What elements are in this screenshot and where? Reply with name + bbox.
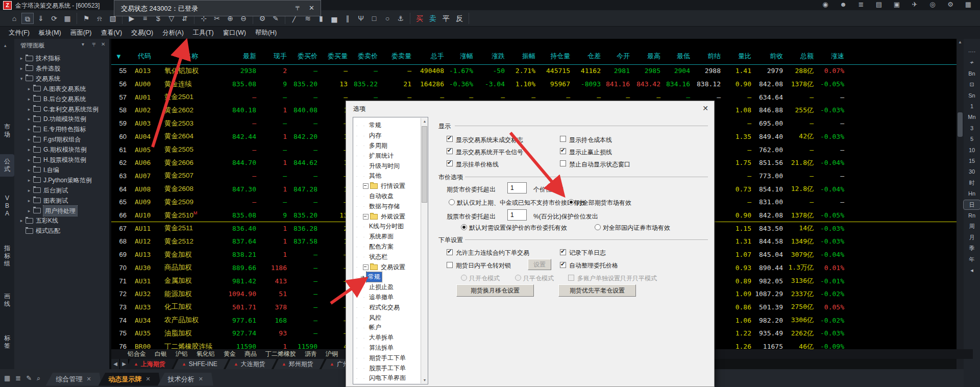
exchange-tab[interactable]: ▲上海期货 <box>126 359 177 369</box>
collapse-minus-icon[interactable] <box>363 264 369 270</box>
home-icon[interactable]: ⌂ <box>8 13 20 24</box>
panel-grid-icon[interactable]: ▦ <box>4 374 10 382</box>
sidebar-tab-market[interactable]: 市场 <box>0 119 14 142</box>
sidebar-tree-item[interactable]: 模式匹配 <box>14 226 109 236</box>
sidebar-tree-item[interactable]: ▸技术指标 <box>14 53 109 63</box>
sidebar-tab-formula[interactable]: 公式 <box>0 154 14 177</box>
link-icon[interactable]: ⧉ <box>21 13 34 24</box>
scrollbar-up-icon[interactable]: ▲ <box>957 40 964 44</box>
period-item[interactable]: ◂ <box>964 265 980 275</box>
category-item[interactable]: 丁二烯橡胶 <box>265 350 296 358</box>
tab-close-icon[interactable]: ✕ <box>146 376 151 382</box>
user-icon[interactable]: ☻ <box>839 1 848 8</box>
table-row[interactable]: 56AU00黄金连续835.089835.2013835.2221164286-… <box>111 78 847 91</box>
bar-chart-icon[interactable]: ▅ <box>328 13 340 24</box>
channel-icon[interactable]: ∥ <box>341 13 354 24</box>
lock-settings-button[interactable]: 设置 <box>528 259 551 270</box>
column-header[interactable]: 代码 <box>130 52 162 61</box>
grid-icon[interactable]: ▦ <box>964 1 973 8</box>
sidebar-tree-item[interactable]: ▸用户待处理 <box>14 206 109 216</box>
auto-adjust-price-checkbox[interactable] <box>560 262 566 268</box>
collapse-minus-icon[interactable] <box>363 183 369 189</box>
panel-pin-icon[interactable]: 〒 <box>92 41 97 49</box>
column-header[interactable]: 涨跌 <box>476 52 508 61</box>
prev-tab-icon[interactable]: ◀ <box>111 359 120 369</box>
options-tree-item[interactable]: ··算法拆单 <box>353 343 428 353</box>
dialog-close-icon[interactable]: ✕ <box>701 104 710 112</box>
sidebar-tab-indicator-group[interactable]: 指标组 <box>0 241 14 271</box>
default-protect-price-radio[interactable] <box>461 224 467 230</box>
period-item[interactable]: Rn <box>964 211 980 220</box>
options-tree-item[interactable]: ··大单拆单 <box>353 333 428 343</box>
all-futures-markets-radio[interactable] <box>568 199 574 205</box>
sidebar-tree-item[interactable]: ▸条件选股 <box>14 63 109 74</box>
edit-pencil-icon[interactable]: ✎ <box>26 374 32 382</box>
menu-tools[interactable]: 工具(T) <box>188 29 218 37</box>
sidebar-tree-item[interactable]: ▸C.套利交易系统范例 <box>14 104 109 114</box>
options-tree-item[interactable]: ··闪电下单界面 <box>353 373 428 383</box>
options-tree-item[interactable]: ··程式化交易 <box>353 302 428 312</box>
futures-offset-input[interactable] <box>507 182 527 194</box>
options-tree-item[interactable]: ·外观设置 <box>353 211 428 222</box>
menu-help[interactable]: 帮助(H) <box>251 29 281 37</box>
panel-dropdown-icon[interactable]: ▾ <box>82 41 84 47</box>
menu-file[interactable]: 文件(F) <box>4 29 34 37</box>
period-item[interactable]: 年 <box>964 255 980 264</box>
column-header[interactable]: 量比 <box>724 52 754 61</box>
category-item[interactable]: 商品 <box>244 350 257 358</box>
show-stop-lines-checkbox[interactable] <box>560 148 566 154</box>
trade-reverse-button[interactable]: 反 <box>453 13 465 24</box>
options-tree-item[interactable]: ·交易设置 <box>353 262 428 272</box>
options-tree-item[interactable]: ··常规 <box>353 120 428 131</box>
exchange-tab[interactable]: ▲郑州期货 <box>274 359 325 369</box>
filter-icon[interactable]: ▼ <box>111 53 130 60</box>
rectangle-icon[interactable]: □ <box>368 13 380 24</box>
column-header[interactable]: 前收 <box>754 52 786 61</box>
options-tree-item[interactable]: ·行情设置 <box>353 181 428 191</box>
refresh-icon[interactable]: ⟳ <box>48 13 60 24</box>
all-stock-markets-radio[interactable] <box>595 224 601 230</box>
send-icon[interactable]: ✈ <box>910 1 919 8</box>
options-tree-item[interactable]: ··自动收盘 <box>353 191 428 202</box>
list-icon[interactable]: ≣ <box>856 1 866 8</box>
trade-sell-button[interactable]: 卖 <box>427 13 439 24</box>
options-tree-item[interactable]: ··系统界面 <box>353 232 428 242</box>
column-header[interactable]: 总手 <box>414 52 447 61</box>
column-header[interactable]: 委买价 <box>290 52 321 61</box>
notes-icon[interactable]: ≣ <box>15 374 21 382</box>
column-header[interactable]: 委买量 <box>321 52 351 61</box>
period-item[interactable]: ⊡ <box>964 80 980 89</box>
menu-trade[interactable]: 交易(O) <box>127 29 158 37</box>
options-tree-item[interactable]: ··扩展统计 <box>353 151 428 161</box>
multi-account-mode-checkbox[interactable] <box>568 275 574 281</box>
column-header[interactable]: 现手 <box>259 52 290 61</box>
stock-offset-input[interactable] <box>507 209 527 221</box>
period-item[interactable]: 日 <box>964 200 980 209</box>
show-open-close-signals-checkbox[interactable] <box>447 148 453 154</box>
collapse-up-icon[interactable]: ▴ <box>4 43 7 48</box>
scroll-thumb[interactable] <box>422 126 427 203</box>
scroll-down-icon[interactable]: ▼ <box>421 378 428 382</box>
sidebar-tab-vba[interactable]: VBA <box>0 191 14 221</box>
rollover-settings-button[interactable]: 期货换月移仓设置 <box>456 284 534 297</box>
sidebar-tree-item[interactable]: ▸B.后台交易系统 <box>14 94 109 104</box>
column-header[interactable]: 总额 <box>786 52 817 61</box>
period-item[interactable]: ≁ <box>964 58 980 67</box>
close-old-first-settings-button[interactable]: 期货优先平老仓设置 <box>558 284 636 297</box>
options-tree-item[interactable]: ··追单撤单 <box>353 293 428 303</box>
signal-flag-icon[interactable]: ⚑ <box>80 13 92 24</box>
search-icon[interactable]: ⌕ <box>37 374 40 382</box>
options-tree-scrollbar[interactable]: ▲ ▼ <box>421 118 428 383</box>
tab-close-icon[interactable]: ✕ <box>199 376 203 382</box>
period-item[interactable]: 时 <box>964 178 980 187</box>
page-tab[interactable]: 动态显示牌✕ <box>99 373 161 386</box>
sidebar-tree-item[interactable]: ▸五彩K线 <box>14 215 109 226</box>
menu-view[interactable]: 查看(V) <box>96 29 127 37</box>
period-item[interactable]: Mn <box>964 112 980 122</box>
menu-screen[interactable]: 画面(P) <box>66 29 96 37</box>
show-unfilled-marks-checkbox[interactable] <box>447 136 453 142</box>
column-header[interactable]: 持仓量 <box>538 52 573 61</box>
period-item[interactable]: 季 <box>964 244 980 253</box>
sidebar-tree-item[interactable]: ▸后台测试 <box>14 185 109 196</box>
sidebar-tree-item[interactable]: ▸H.股票模块范例 <box>14 155 109 165</box>
